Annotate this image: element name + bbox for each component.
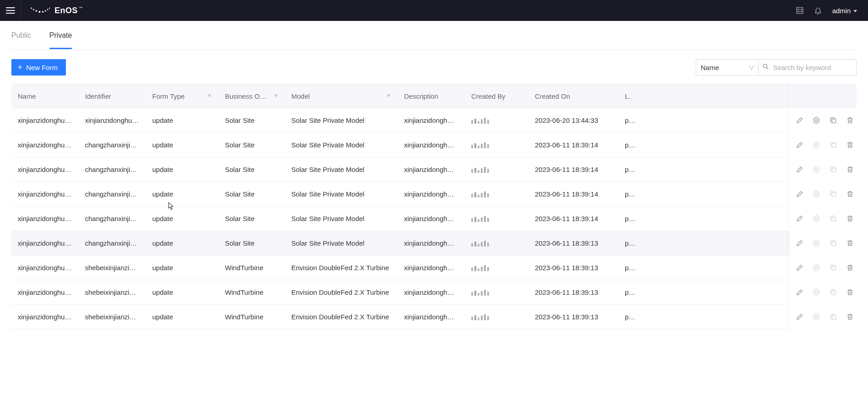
toolbar: + New Form Name ⋁ [11, 50, 857, 84]
svg-marker-47 [814, 289, 819, 295]
new-form-button[interactable]: + New Form [11, 59, 66, 76]
cell-created-on: 2023-06-11 18:39:14 [529, 166, 619, 173]
cell-created-by [465, 265, 529, 271]
menu-toggle[interactable] [0, 0, 21, 21]
delete-icon[interactable] [846, 239, 854, 247]
user-menu[interactable]: admin [832, 7, 857, 15]
search-field-select[interactable]: Name ⋁ [696, 59, 758, 76]
filter-icon[interactable] [382, 92, 391, 100]
bell-icon[interactable] [814, 6, 822, 15]
edit-icon[interactable] [796, 141, 803, 149]
delete-icon[interactable] [846, 141, 854, 149]
cell-business-object: Solar Site [219, 116, 285, 124]
delete-icon[interactable] [846, 215, 854, 222]
svg-point-28 [815, 193, 817, 195]
cell-form-type: update [146, 313, 219, 321]
cell-description: xinjianzidongh… [398, 239, 465, 247]
svg-point-5 [45, 10, 46, 11]
th-model: Model [291, 92, 310, 100]
cell-created-by [465, 166, 529, 173]
table-row: xinjianzidonghu… xinjianzidonghu… update… [11, 108, 857, 133]
edit-icon[interactable] [796, 190, 803, 198]
filter-icon[interactable] [269, 92, 279, 100]
cell-last-modified: po [619, 166, 637, 173]
cell-business-object: WindTurbine [219, 288, 285, 296]
svg-point-0 [31, 8, 32, 9]
cell-name: xinjianzidonghu… [11, 264, 79, 272]
settings-icon [813, 313, 820, 321]
edit-icon[interactable] [796, 166, 803, 173]
svg-point-48 [815, 291, 817, 293]
cell-name: xinjianzidonghu… [11, 288, 79, 296]
cell-created-by [465, 117, 529, 124]
edit-icon[interactable] [796, 215, 803, 222]
cell-identifier: changzhanxinji… [79, 215, 146, 222]
caret-down-icon [853, 10, 857, 12]
cell-last-modified: po [619, 313, 637, 321]
row-actions [789, 182, 857, 207]
copy-icon[interactable] [829, 116, 837, 124]
cell-business-object: Solar Site [219, 239, 285, 247]
th-name: Name [18, 92, 36, 100]
delete-icon[interactable] [846, 264, 854, 272]
redacted-icon [471, 142, 522, 148]
edit-icon[interactable] [796, 116, 803, 124]
brand-logo: EnOS™ [30, 6, 83, 15]
user-name: admin [832, 7, 851, 15]
tab-public[interactable]: Public [11, 22, 31, 49]
cell-identifier: changzhanxinji… [79, 166, 146, 173]
delete-icon[interactable] [846, 288, 854, 296]
edit-icon[interactable] [796, 239, 803, 247]
filter-icon[interactable] [203, 92, 212, 100]
edit-icon[interactable] [796, 288, 803, 296]
th-actions [789, 84, 857, 108]
redacted-icon [471, 166, 522, 173]
settings-icon[interactable] [813, 116, 820, 124]
copy-icon [829, 239, 837, 247]
table-header: Name Identifier Form Type Business Obj… … [11, 84, 857, 108]
copy-icon [829, 313, 837, 321]
svg-marker-27 [814, 191, 819, 197]
row-actions [789, 305, 857, 329]
redacted-icon [471, 240, 522, 247]
svg-rect-44 [832, 267, 836, 271]
tab-private[interactable]: Private [50, 22, 72, 49]
cell-business-object: WindTurbine [219, 313, 285, 321]
cell-model: Solar Site Private Model [285, 116, 398, 124]
cell-model: Envision DoubleFed 2.X Turbine [285, 264, 398, 272]
svg-rect-29 [832, 193, 836, 197]
cell-created-by [465, 314, 529, 320]
cell-business-object: WindTurbine [219, 264, 285, 272]
plus-icon: + [18, 63, 23, 71]
cell-form-type: update [146, 116, 219, 124]
svg-point-2 [35, 10, 37, 12]
svg-rect-34 [832, 217, 836, 222]
cell-model: Solar Site Private Model [285, 215, 398, 222]
cell-description: xinjianzidongh… [398, 116, 465, 124]
delete-icon[interactable] [846, 190, 854, 198]
cell-created-on: 2023-06-11 18:39:14 [529, 141, 619, 149]
cell-created-on: 2023-06-11 18:39:14 [529, 190, 619, 198]
search-input[interactable] [758, 59, 857, 76]
edit-icon[interactable] [796, 313, 803, 321]
delete-icon[interactable] [846, 116, 854, 124]
cell-identifier: changzhanxinji… [79, 190, 146, 198]
redacted-icon [471, 265, 522, 271]
dashboard-icon[interactable] [796, 6, 804, 15]
settings-icon [813, 190, 820, 198]
page-content: Public Private + New Form Name ⋁ [0, 21, 868, 329]
cell-created-on: 2023-06-11 18:39:13 [529, 239, 619, 247]
cell-name: xinjianzidonghu… [11, 313, 79, 321]
svg-marker-17 [814, 141, 819, 148]
table-row: xinjianzidonghu… changzhanxinji… update … [11, 133, 857, 157]
settings-icon [813, 264, 820, 272]
settings-icon [813, 166, 820, 173]
delete-icon[interactable] [846, 166, 854, 173]
cell-business-object: Solar Site [219, 141, 285, 149]
cell-description: xinjianzidongh… [398, 190, 465, 198]
hamburger-icon [6, 7, 15, 14]
edit-icon[interactable] [796, 264, 803, 272]
cell-created-on: 2023-06-11 18:39:14 [529, 215, 619, 222]
brand-name: EnOS™ [55, 6, 83, 15]
delete-icon[interactable] [846, 313, 854, 321]
